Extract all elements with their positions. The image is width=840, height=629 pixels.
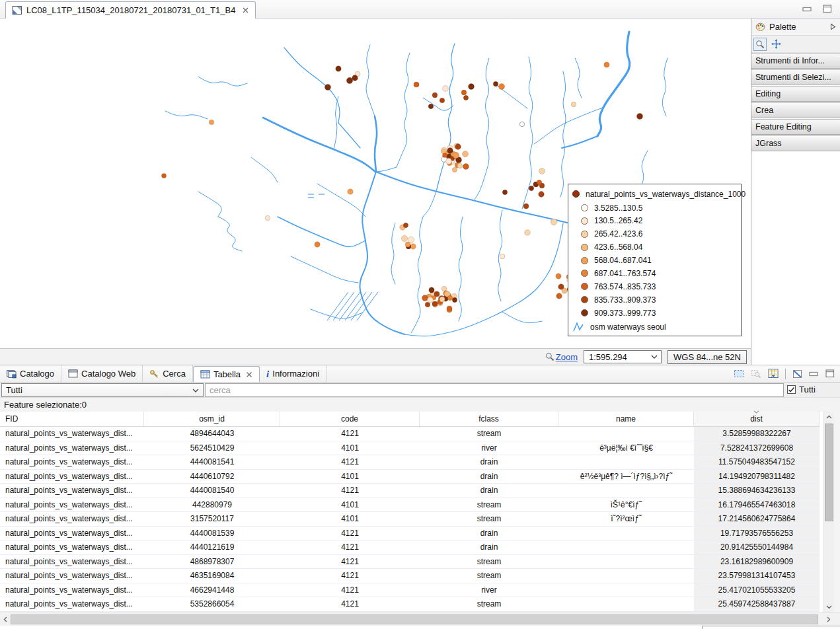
legend-class-row: 763.574..835.733 (572, 280, 737, 293)
panel-maximize-icon[interactable] (825, 369, 835, 378)
map-legend: natural_points_vs_waterways_distance_100… (568, 184, 742, 336)
cell-name (558, 555, 694, 569)
map-layer-icon (12, 5, 22, 15)
table-row[interactable]: natural_points_vs_waterways_dist...56245… (0, 441, 820, 456)
legend-class-row: 130.5..265.42 (572, 215, 737, 227)
scale-value: 1:595.294 (589, 352, 627, 362)
legend-class-label: 909.373..999.773 (594, 309, 656, 318)
cell-osm_id: 442880979 (144, 498, 280, 512)
panel-tab-cerca[interactable]: Cerca (143, 365, 193, 382)
close-icon[interactable] (242, 7, 249, 14)
cell-osm_id: 4440610792 (144, 470, 280, 484)
pan-tool-icon[interactable] (769, 38, 783, 51)
scroll-up-icon[interactable] (824, 412, 834, 422)
legend-waterways-label: osm waterways seoul (590, 322, 666, 332)
table-row[interactable]: natural_points_vs_waterways_dist...44400… (0, 455, 820, 470)
palette-panel: Palette Strumenti di Infor...Strumenti d… (751, 18, 840, 365)
table-row[interactable]: natural_points_vs_waterways_dist...44400… (0, 527, 820, 541)
cell-fid: natural_points_vs_waterways_dist... (0, 455, 144, 469)
palette-drawer-feature-editing[interactable]: Feature Editing (751, 119, 840, 135)
panel-tab-bar: CatalogoCatalogo WebCercaTabellaiInforma… (0, 365, 840, 383)
table-row[interactable]: natural_points_vs_waterways_dist...48689… (0, 555, 820, 570)
zoom-link-label[interactable]: Zoom (556, 352, 578, 362)
table-row[interactable]: natural_points_vs_waterways_dist...44406… (0, 470, 820, 484)
table-header: FIDosm_idcodefclassnamedist (0, 412, 820, 427)
table-row[interactable]: natural_points_vs_waterways_dist...44401… (0, 540, 820, 555)
horizontal-scrollbar[interactable] (0, 612, 840, 626)
column-header-fid[interactable]: FID (0, 412, 144, 426)
legend-class-dot (581, 296, 588, 303)
map-canvas[interactable]: natural_points_vs_waterways_distance_100… (0, 18, 751, 348)
cell-name: ìŠ¹ê°€ìƒ˜ (558, 498, 694, 512)
panel-toolbar (734, 365, 835, 382)
panel-tab-catalogo[interactable]: Catalogo (0, 365, 61, 382)
search-input[interactable] (205, 383, 784, 397)
cell-name: ê²½ë³µê¶? ì—´ìƒ?ì§„ì›?ìƒ˜ (558, 470, 694, 484)
search-key-icon (149, 369, 159, 379)
panel-tab-tabella[interactable]: Tabella (193, 366, 260, 382)
column-header-code[interactable]: code (280, 412, 420, 426)
cell-dist: 20.91425550144984 (694, 540, 820, 554)
editor-tab-bar: LC08_L1TP_115034_20180721_20180731_01_T1… (0, 0, 840, 18)
palette-drawer-strumenti-di-selezi[interactable]: Strumenti di Selezi... (751, 69, 840, 85)
vertical-scrollbar[interactable] (823, 412, 834, 612)
palette-drawer-strumenti-di-infor[interactable]: Strumenti di Infor... (751, 53, 840, 69)
table-row[interactable]: natural_points_vs_waterways_dist...44400… (0, 484, 820, 498)
table-row[interactable]: natural_points_vs_waterways_dist...48946… (0, 427, 820, 441)
panel-tab-catalogo-web[interactable]: Catalogo Web (61, 365, 143, 382)
legend-class-label: 3.5285..130.5 (594, 204, 642, 213)
column-header-fclass[interactable]: fclass (420, 412, 558, 426)
scope-combo[interactable]: Tutti (1, 383, 204, 397)
column-header-name[interactable]: name (558, 412, 694, 426)
cell-fclass: drain (420, 484, 558, 498)
panel-minimize-icon[interactable] (809, 370, 819, 377)
minimize-icon[interactable] (802, 5, 812, 13)
palette-title: Palette (769, 22, 796, 32)
table-row[interactable]: natural_points_vs_waterways_dist...53528… (0, 597, 820, 612)
scroll-down-icon[interactable] (824, 602, 834, 612)
zoom-link[interactable]: Zoom (545, 352, 578, 362)
editor-tab-map[interactable]: LC08_L1TP_115034_20180721_20180731_01_T1… (5, 1, 256, 18)
palette-pin-arrow-icon[interactable] (830, 23, 836, 30)
crs-button[interactable]: WGS 84...ne 52N (668, 350, 747, 364)
clear-selection-icon[interactable] (792, 369, 802, 379)
column-header-osm_id[interactable]: osm_id (144, 412, 280, 426)
table-row[interactable]: natural_points_vs_waterways_dist...44288… (0, 498, 820, 513)
close-icon[interactable] (246, 371, 252, 378)
magnifier-icon (545, 352, 554, 361)
vertical-scroll-thumb[interactable] (825, 424, 833, 521)
scale-combo[interactable]: 1:595.294 (584, 350, 662, 363)
palette-drawer-editing[interactable]: Editing (751, 86, 840, 102)
palette-drawer-crea[interactable]: Crea (751, 102, 840, 118)
zoom-tool-icon[interactable] (753, 38, 767, 51)
table-row[interactable]: natural_points_vs_waterways_dist...46629… (0, 583, 820, 598)
cell-osm_id: 5624510429 (144, 441, 280, 455)
selection-box-icon[interactable] (734, 369, 744, 379)
scroll-right-icon[interactable] (823, 613, 834, 626)
legend-waterways-row: osm waterways seoul (572, 320, 737, 333)
column-header-dist[interactable]: dist (694, 412, 820, 426)
legend-class-row: 568.04..687.041 (572, 254, 737, 267)
legend-class-dot (581, 270, 588, 277)
zoom-to-selection-icon[interactable] (751, 369, 761, 379)
cell-fclass: river (420, 441, 558, 455)
cell-code: 4121 (280, 484, 420, 498)
panel-tab-informazioni[interactable]: iInformazioni (260, 365, 326, 382)
table-row[interactable]: natural_points_vs_waterways_dist...46351… (0, 569, 820, 583)
checkbox-checked-icon[interactable] (787, 385, 796, 394)
cell-osm_id: 4440081540 (144, 484, 280, 498)
palette-header[interactable]: Palette (751, 18, 840, 36)
table-row[interactable]: natural_points_vs_waterways_dist...31575… (0, 512, 820, 527)
legend-class-row: 3.5285..130.5 (572, 202, 737, 214)
table-body: natural_points_vs_waterways_dist...48946… (0, 427, 820, 612)
promote-selection-table-icon[interactable] (768, 369, 779, 379)
maximize-icon[interactable] (823, 5, 832, 13)
horizontal-scroll-thumb[interactable] (11, 614, 818, 624)
cell-fid: natural_points_vs_waterways_dist... (0, 498, 144, 512)
cell-fid: natural_points_vs_waterways_dist... (0, 555, 144, 569)
legend-class-row: 265.42..423.6 (572, 228, 737, 240)
all-features-checkbox[interactable]: Tutti (787, 385, 816, 394)
cell-name (558, 527, 694, 540)
scroll-left-icon[interactable] (0, 613, 11, 626)
palette-drawer-jgrass[interactable]: JGrass (751, 135, 840, 151)
